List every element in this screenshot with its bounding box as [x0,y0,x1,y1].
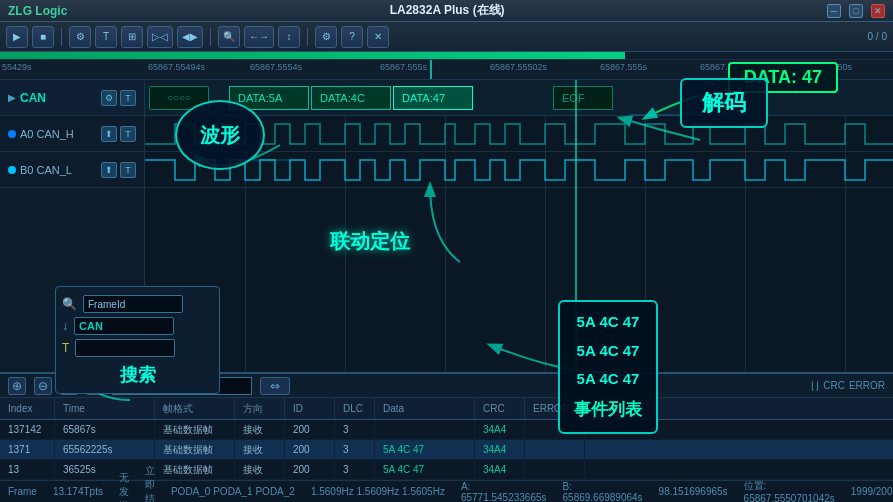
channel-indicator-can-h [8,130,16,138]
time-marker-0: 55429s [2,62,32,72]
zoom-button[interactable]: ↕ [278,26,300,48]
playhead-line [575,80,577,372]
td-id-1: 200 [285,440,335,459]
decoded-row: ○○○○ DATA:5A DATA:4C DATA:47 EOF [145,80,893,116]
td-dlc-2: 3 [335,460,375,479]
bottom-section: ⊕ ⊖ ⊞ ⊡ ⇔ ⌊⌋ CRC ERROR Index Time 帧格式 方向… [0,372,893,502]
main-area: ▶ CAN ⚙ T A0 CAN_H ⬆ T B0 CAN_L ⬆ T [0,80,893,372]
status-rising: 立即结束 [145,464,155,503]
resize-button[interactable]: ←→ [244,26,274,48]
minimize-button[interactable]: ─ [827,4,841,18]
td-crc-2: 34A4 [475,460,525,479]
maximize-button[interactable]: □ [849,4,863,18]
time-marker-6: 65867.5550s [700,62,752,72]
window-title: LA2832A Plus (在线) [390,2,505,19]
status-sample-rate: 13.174Tpts [53,486,103,497]
td-index-1: 1371 [0,440,55,459]
channel-icon-can-h-1[interactable]: ⬆ [101,126,117,142]
status-freq: 1.5609Hz 1.5609Hz 1.5605Hz [311,486,445,497]
td-error-1 [525,440,585,459]
channel-row-can-l[interactable]: B0 CAN_L ⬆ T [0,152,144,188]
channel-row-can-h[interactable]: A0 CAN_H ⬆ T [0,116,144,152]
th-format: 帧格式 [155,398,235,419]
th-id: ID [285,398,335,419]
zoom-select-button[interactable]: ⊡ [86,377,104,395]
close-tool-button[interactable]: ✕ [367,26,389,48]
td-dir-1: 接收 [235,440,285,459]
decode-block-eof: EOF [553,86,613,110]
td-format-1: 基础数据帧 [155,440,235,459]
error-label: ERROR [849,380,885,391]
time-marker-7: 65867.5550s [800,62,852,72]
sample-icon: ⌊⌋ [811,380,819,391]
td-time-1: 65562225s [55,440,155,459]
status-cursor-a: A: 65771.545233665s [461,481,547,503]
timeline[interactable]: 55429s 65867.55494s 65867.5554s 65867.55… [0,60,893,80]
config-button[interactable]: ⚙ [315,26,337,48]
channel-icon-can-h-2[interactable]: T [120,126,136,142]
status-frame: Frame [8,486,37,497]
channel-row-can[interactable]: ▶ CAN ⚙ T [0,80,144,116]
table-row[interactable]: 13 36525s 基础数据帧 接收 200 3 5A 4C 47 34A4 [0,460,893,480]
cursor-label: CRC [823,380,845,391]
channel-expand-can[interactable]: ▶ [8,92,16,103]
th-error: ERROR [525,398,585,419]
right-toolbar: ⌊⌋ CRC ERROR [811,380,885,391]
td-dir-0: 接收 [235,420,285,439]
position-input[interactable] [112,377,252,395]
td-id-2: 200 [285,460,335,479]
channel-icon-can-l-1[interactable]: ⬆ [101,162,117,178]
waveform-row-can-h [145,116,893,152]
progress-bar-container[interactable] [0,52,893,60]
td-data-1: 5A 4C 47 [375,440,475,459]
channel-indicator-can-l [8,166,16,174]
table-row[interactable]: 137142 65867s 基础数据帧 接收 200 3 34A4 [0,420,893,440]
channel-icon-can-2[interactable]: T [120,90,136,106]
td-data-0 [375,420,475,439]
td-dlc-0: 3 [335,420,375,439]
title-bar: ZLG Logic LA2832A Plus (在线) ─ □ ✕ [0,0,893,22]
decode-block-5a: DATA:5A [229,86,309,110]
zoom-controls: ⊕ ⊖ ⊞ ⊡ ⇔ [8,377,290,395]
zoom-in-button[interactable]: ⊕ [8,377,26,395]
text-button[interactable]: T [95,26,117,48]
td-crc-0: 34A4 [475,420,525,439]
playhead [430,60,432,79]
window-controls: ─ □ ✕ [827,4,885,18]
scroll-button[interactable]: ⇔ [260,377,290,395]
progress-bar-fill [0,52,625,59]
play-button[interactable]: ▶ [6,26,28,48]
table-row[interactable]: 1371 65562225s 基础数据帧 接收 200 3 5A 4C 47 3… [0,440,893,460]
channel-icon-can-1[interactable]: ⚙ [101,90,117,106]
nav-button[interactable]: ▷◁ [147,26,173,48]
settings-button[interactable]: ⚙ [69,26,91,48]
app-logo: ZLG Logic [8,4,67,18]
grid-button[interactable]: ⊞ [121,26,143,48]
arrow-button[interactable]: ◀▶ [177,26,203,48]
close-button[interactable]: ✕ [871,4,885,18]
main-toolbar: ▶ ■ ⚙ T ⊞ ▷◁ ◀▶ 🔍 ←→ ↕ ⚙ ? ✕ 0 / 0 [0,22,893,52]
decode-block-4c: DATA:4C [311,86,391,110]
waveform-area[interactable]: ○○○○ DATA:5A DATA:4C DATA:47 EOF [145,80,893,372]
time-marker-1: 65867.55494s [148,62,205,72]
decode-block-empty: ○○○○ [149,86,209,110]
help-button[interactable]: ? [341,26,363,48]
channel-name-can: CAN [20,91,46,105]
th-dir: 方向 [235,398,285,419]
status-position: 位置: 65867.5550701042s [744,479,835,502]
search-button[interactable]: 🔍 [218,26,240,48]
stop-button[interactable]: ■ [32,26,54,48]
status-diff: 98.151696965s [659,486,728,497]
channel-panel: ▶ CAN ⚙ T A0 CAN_H ⬆ T B0 CAN_L ⬆ T [0,80,145,372]
td-data-2: 5A 4C 47 [375,460,475,479]
zoom-fit-button[interactable]: ⊞ [60,377,78,395]
time-marker-3: 65867.555s [380,62,427,72]
channel-icon-can-l-2[interactable]: T [120,162,136,178]
zoom-out-button[interactable]: ⊖ [34,377,52,395]
waveform-svg-can-h [145,116,893,152]
frame-counter: 0 / 0 [868,31,887,42]
td-error-0 [525,420,585,439]
th-index: Index [0,398,55,419]
time-marker-2: 65867.5554s [250,62,302,72]
td-error-2 [525,460,585,479]
